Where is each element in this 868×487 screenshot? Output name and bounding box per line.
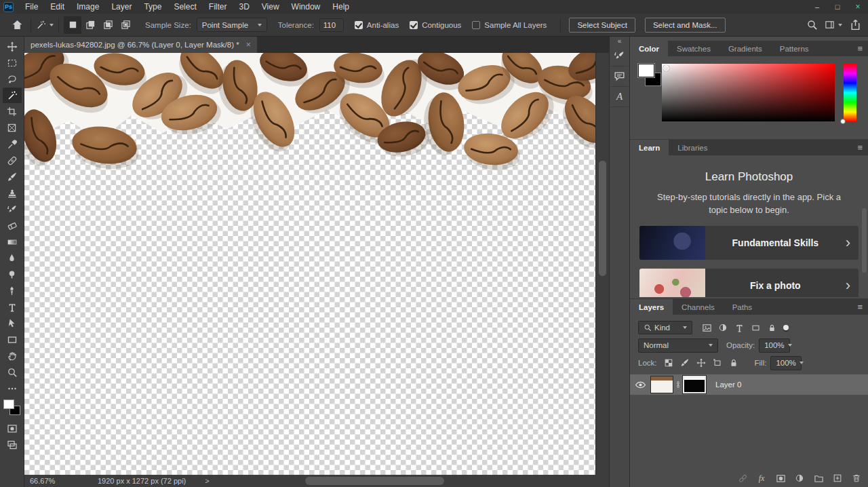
tab-swatches[interactable]: Swatches xyxy=(668,41,719,56)
saturation-brightness-field[interactable] xyxy=(662,64,835,121)
history-brush-tool[interactable] xyxy=(3,201,22,217)
collapse-panels-icon[interactable]: « xyxy=(618,37,622,46)
layer-filter-toggle[interactable] xyxy=(783,325,789,330)
blur-tool[interactable] xyxy=(3,250,22,266)
healing-brush-tool[interactable] xyxy=(3,153,22,168)
link-layers-icon[interactable] xyxy=(736,472,749,484)
menu-image[interactable]: Image xyxy=(71,0,105,14)
hue-slider[interactable] xyxy=(844,64,856,121)
shape-tool[interactable] xyxy=(3,332,22,347)
menu-layer[interactable]: Layer xyxy=(105,0,138,14)
foreground-color-swatch[interactable] xyxy=(3,400,14,409)
add-layer-mask-icon[interactable] xyxy=(774,472,787,484)
document-canvas[interactable] xyxy=(24,53,595,475)
delete-layer-icon[interactable] xyxy=(850,472,863,484)
tab-color[interactable]: Color xyxy=(630,41,668,56)
menu-select[interactable]: Select xyxy=(167,0,202,14)
hand-tool[interactable] xyxy=(3,348,22,364)
fill-dropdown[interactable]: 100% xyxy=(770,356,802,370)
filter-shape-layers-icon[interactable] xyxy=(748,321,763,334)
menu-help[interactable]: Help xyxy=(326,0,355,14)
panel-menu-icon[interactable]: ≡ xyxy=(857,143,863,152)
lock-transparent-pixels-icon[interactable] xyxy=(661,356,676,370)
filter-type-layers-icon[interactable] xyxy=(732,321,747,334)
glyphs-panel-icon[interactable]: A xyxy=(611,87,629,107)
lock-artboard-icon[interactable] xyxy=(710,356,725,370)
new-group-icon[interactable] xyxy=(812,472,825,484)
pen-tool[interactable] xyxy=(3,283,22,298)
lock-position-icon[interactable] xyxy=(694,356,709,370)
workspace-switcher-button[interactable] xyxy=(825,16,842,34)
horizontal-scrollbar-thumb[interactable] xyxy=(305,477,444,485)
menu-3d[interactable]: 3D xyxy=(233,0,255,14)
status-menu-chevron[interactable]: > xyxy=(205,477,209,485)
blend-mode-dropdown[interactable]: Normal xyxy=(638,338,718,353)
filter-smart-objects-icon[interactable] xyxy=(764,321,779,334)
eraser-tool[interactable] xyxy=(3,218,22,233)
panel-menu-icon[interactable]: ≡ xyxy=(857,44,863,53)
layer-mask-link-icon[interactable] xyxy=(673,380,683,389)
frame-tool[interactable] xyxy=(3,120,22,136)
menu-file[interactable]: File xyxy=(19,0,44,14)
foreground-color-swatch[interactable] xyxy=(638,64,654,77)
share-button[interactable] xyxy=(846,16,864,34)
menu-view[interactable]: View xyxy=(256,0,285,14)
close-button[interactable]: × xyxy=(848,0,868,14)
sample-all-layers-checkbox[interactable]: Sample All Layers xyxy=(472,21,547,29)
tab-layers[interactable]: Layers xyxy=(630,299,673,315)
maximize-button[interactable]: □ xyxy=(827,0,848,14)
contiguous-checkbox[interactable]: Contiguous xyxy=(410,21,461,29)
magic-wand-tool[interactable] xyxy=(3,87,22,103)
filter-kind-dropdown[interactable]: Kind xyxy=(638,321,692,334)
tab-patterns[interactable]: Patterns xyxy=(771,41,818,56)
brush-tool[interactable] xyxy=(3,169,22,184)
anti-alias-checkbox[interactable]: Anti-alias xyxy=(355,21,399,29)
quick-mask-button[interactable] xyxy=(3,421,22,436)
eyedropper-tool[interactable] xyxy=(3,136,22,152)
learn-card-fundamental-skills[interactable]: Fundamental Skills › xyxy=(639,226,859,260)
zoom-tool[interactable] xyxy=(3,364,22,380)
dodge-tool[interactable] xyxy=(3,267,22,282)
layer-mask-thumbnail[interactable] xyxy=(683,376,706,393)
history-panel-icon[interactable] xyxy=(611,46,629,66)
layer-thumbnail[interactable] xyxy=(650,376,673,393)
menu-window[interactable]: Window xyxy=(285,0,327,14)
minimize-button[interactable]: – xyxy=(807,0,827,14)
layer-visibility-eye-icon[interactable] xyxy=(630,379,650,391)
learn-card-fix-a-photo[interactable]: Fix a photo › xyxy=(639,269,859,297)
tolerance-input[interactable]: 110 xyxy=(319,18,344,32)
learn-scrollbar-thumb[interactable] xyxy=(862,208,867,273)
foreground-background-swatches[interactable] xyxy=(3,400,21,417)
layer-effects-icon[interactable]: fx xyxy=(755,472,768,484)
screen-mode-button[interactable] xyxy=(3,437,22,452)
vertical-scrollbar-thumb[interactable] xyxy=(599,161,606,276)
gradient-tool[interactable] xyxy=(3,234,22,250)
intersect-selection-mode-button[interactable] xyxy=(117,16,134,34)
comments-panel-icon[interactable] xyxy=(611,66,629,87)
edit-toolbar-button[interactable] xyxy=(3,381,22,396)
tab-channels[interactable]: Channels xyxy=(673,299,724,315)
opacity-dropdown[interactable]: 100% xyxy=(759,338,790,353)
clone-stamp-tool[interactable] xyxy=(3,185,22,201)
zoom-level[interactable]: 66.67% xyxy=(30,477,84,485)
menu-filter[interactable]: Filter xyxy=(203,0,233,14)
filter-pixel-layers-icon[interactable] xyxy=(699,321,714,334)
tab-libraries[interactable]: Libraries xyxy=(669,140,716,155)
home-button[interactable] xyxy=(8,16,26,34)
vertical-scrollbar[interactable] xyxy=(595,53,609,475)
close-tab-icon[interactable]: × xyxy=(246,40,251,50)
color-fg-bg-swatches[interactable] xyxy=(638,64,663,91)
color-field-picker[interactable] xyxy=(663,65,669,71)
new-layer-icon[interactable] xyxy=(831,472,844,484)
tab-gradients[interactable]: Gradients xyxy=(719,41,771,56)
select-subject-button[interactable]: Select Subject xyxy=(569,18,635,33)
select-and-mask-button[interactable]: Select and Mask... xyxy=(645,18,726,33)
magic-wand-tool-preset[interactable] xyxy=(36,16,54,34)
hue-slider-picker[interactable] xyxy=(840,119,846,124)
lock-all-icon[interactable] xyxy=(726,356,741,370)
path-selection-tool[interactable] xyxy=(3,315,22,331)
type-tool[interactable] xyxy=(3,299,22,315)
marquee-tool[interactable] xyxy=(3,55,22,71)
lasso-tool[interactable] xyxy=(3,71,22,87)
tab-paths[interactable]: Paths xyxy=(724,299,761,315)
